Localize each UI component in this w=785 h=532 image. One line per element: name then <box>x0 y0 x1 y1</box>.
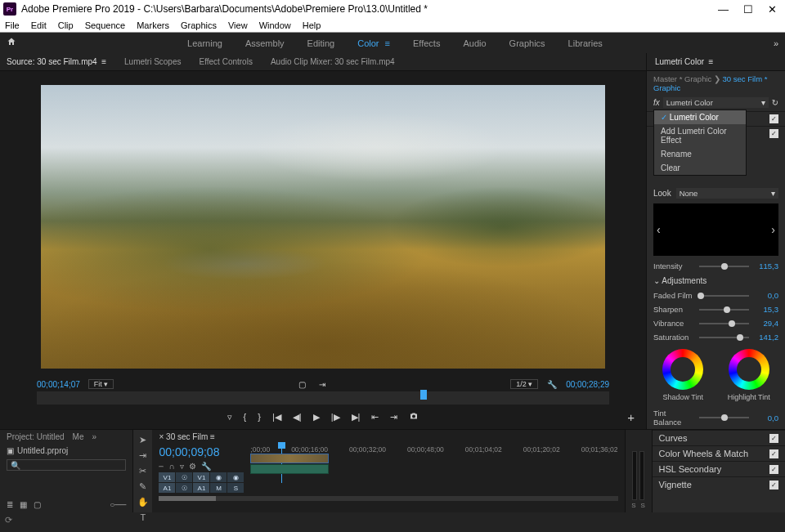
tint-balance-slider[interactable] <box>699 417 749 418</box>
tab-audio-clip-mixer[interactable]: Audio Clip Mixer: 30 sec Film.mp4 <box>271 57 395 66</box>
timeline-ruler[interactable]: ;00;00 00;00;16;00 00;00;32;00 00;00;48;… <box>250 444 617 454</box>
timeline-timecode[interactable]: 00;00;09;08 <box>159 444 244 460</box>
sequence-tab[interactable]: 30 sec Film <box>166 432 208 441</box>
workspace-graphics[interactable]: Graphics <box>509 38 545 48</box>
workspace-effects[interactable]: Effects <box>413 38 440 48</box>
intensity-slider[interactable] <box>699 266 749 267</box>
project-filename[interactable]: Untitled.prproj <box>17 446 68 455</box>
selection-tool-icon[interactable]: ➤ <box>139 435 146 445</box>
next-look-icon[interactable]: › <box>771 223 775 236</box>
minimize-button[interactable]: — <box>718 3 729 16</box>
hsl-checkbox[interactable]: ✓ <box>769 465 778 474</box>
close-button[interactable]: ✕ <box>768 3 777 16</box>
section-curves[interactable]: Curves <box>659 433 769 443</box>
creative-checkbox[interactable]: ✓ <box>769 129 778 138</box>
tint-balance-value[interactable]: 0,0 <box>754 414 778 422</box>
a1-source[interactable]: A1 <box>159 483 175 493</box>
project-search-input[interactable]: 🔍 <box>7 459 126 471</box>
linked-selection-icon[interactable]: ∩ <box>168 462 174 471</box>
go-to-in-icon[interactable]: |◀ <box>272 412 281 422</box>
freeform-view-icon[interactable]: ▢ <box>34 500 41 509</box>
settings-icon[interactable]: ⚙ <box>189 462 196 471</box>
look-dropdown[interactable]: None▾ <box>676 188 778 199</box>
lumetri-effect-dropdown[interactable]: Lumetri Color▾ <box>663 97 769 108</box>
resolution-dropdown[interactable]: 1/2 ▾ <box>510 379 538 389</box>
mark-out-icon[interactable]: } <box>258 412 261 422</box>
dd-item-clear[interactable]: Clear <box>654 161 746 175</box>
vignette-checkbox[interactable]: ✓ <box>769 481 778 490</box>
workspace-libraries[interactable]: Libraries <box>568 38 603 48</box>
prev-look-icon[interactable]: ‹ <box>657 223 661 236</box>
intensity-value[interactable]: 115,3 <box>754 262 778 270</box>
marker-icon[interactable]: ▿ <box>180 462 184 471</box>
video-preview[interactable] <box>41 85 605 369</box>
step-back-icon[interactable]: ◀| <box>293 412 302 422</box>
menu-markers[interactable]: Markers <box>137 20 169 30</box>
hand-tool-icon[interactable]: ✋ <box>137 497 149 507</box>
saturation-value[interactable]: 141,2 <box>754 333 778 342</box>
vibrance-value[interactable]: 29,4 <box>754 319 778 328</box>
workspace-audio[interactable]: Audio <box>463 38 486 48</box>
workspace-editing[interactable]: Editing <box>307 38 335 48</box>
sharpen-value[interactable]: 15,3 <box>754 305 778 314</box>
colorwheels-checkbox[interactable]: ✓ <box>769 449 778 458</box>
workspace-color[interactable]: Color ≡ <box>357 38 390 48</box>
menu-graphics[interactable]: Graphics <box>181 20 217 30</box>
timecode-left[interactable]: 00;00;14;07 <box>37 380 80 389</box>
tab-source[interactable]: Source: 30 sec Film.mp4 ≡ <box>7 57 106 66</box>
reset-icon[interactable]: ↺ <box>772 98 778 107</box>
vibrance-slider[interactable] <box>699 323 749 324</box>
faded-film-slider[interactable] <box>699 295 749 297</box>
tab-project[interactable]: Project: Untitled <box>7 432 65 441</box>
tab-lumetri-scopes[interactable]: Lumetri Scopes <box>124 57 181 66</box>
home-icon[interactable] <box>7 37 16 49</box>
menu-window[interactable]: Window <box>259 20 291 30</box>
menu-clip[interactable]: Clip <box>58 20 74 30</box>
tab-media-browser[interactable]: Me <box>73 432 84 441</box>
a1-target[interactable]: A1 <box>193 483 209 493</box>
tab-effect-controls[interactable]: Effect Controls <box>200 57 253 66</box>
track-select-tool-icon[interactable]: ⇥ <box>139 450 146 461</box>
overwrite-icon[interactable]: ⇥ <box>390 412 397 422</box>
zoom-slider-icon[interactable]: ○── <box>110 500 126 509</box>
saturation-slider[interactable] <box>699 337 749 338</box>
menu-help[interactable]: Help <box>303 20 321 30</box>
sync-icon[interactable]: ⟳ <box>5 515 12 525</box>
highlight-tint-wheel[interactable] <box>729 349 769 390</box>
mark-in-icon[interactable]: { <box>244 412 247 422</box>
list-view-icon[interactable]: ≣ <box>7 500 13 509</box>
project-overflow-icon[interactable]: » <box>92 432 97 441</box>
fit-dropdown[interactable]: Fit ▾ <box>88 379 114 389</box>
button-editor-icon[interactable]: + <box>627 410 635 424</box>
step-forward-icon[interactable]: |▶ <box>331 412 340 422</box>
icon-view-icon[interactable]: ▦ <box>20 500 27 509</box>
section-hsl[interactable]: HSL Secondary <box>659 464 769 474</box>
source-scrubber[interactable] <box>37 391 609 405</box>
export-frame-icon[interactable] <box>409 411 419 422</box>
section-color-wheels[interactable]: Color Wheels & Match <box>659 449 769 458</box>
dd-item-lumetri-color[interactable]: Lumetri Color <box>654 110 746 124</box>
v1-source[interactable]: V1 <box>159 472 175 482</box>
wrench-icon[interactable]: 🔧 <box>201 462 211 471</box>
workspace-overflow-icon[interactable]: » <box>774 38 778 48</box>
menu-file[interactable]: File <box>5 20 20 30</box>
audio-clip[interactable] <box>250 464 329 474</box>
basic-checkbox[interactable]: ✓ <box>769 114 778 123</box>
faded-film-value[interactable]: 0,0 <box>754 291 778 300</box>
maximize-button[interactable]: ☐ <box>743 3 753 16</box>
shadow-tint-wheel[interactable] <box>662 349 703 390</box>
snap-icon[interactable]: ⎓ <box>159 462 164 471</box>
pen-tool-icon[interactable]: ✎ <box>139 481 146 492</box>
solo-left[interactable]: S <box>631 502 635 509</box>
timecode-right[interactable]: 00;00;28;29 <box>566 380 609 389</box>
adjustments-header[interactable]: ⌄ Adjustments <box>647 273 785 288</box>
section-vignette[interactable]: Vignette <box>659 480 769 490</box>
timeline-zoom-scrollbar[interactable] <box>159 496 617 501</box>
curves-checkbox[interactable]: ✓ <box>769 434 778 443</box>
go-to-out-icon[interactable]: ▶| <box>352 412 361 422</box>
video-clip[interactable] <box>250 454 329 463</box>
menu-sequence[interactable]: Sequence <box>85 20 126 30</box>
settings-icon[interactable]: ⇥ <box>316 380 328 389</box>
dd-item-add-lumetri[interactable]: Add Lumetri Color Effect <box>654 124 746 147</box>
dd-item-rename[interactable]: Rename <box>654 147 746 161</box>
